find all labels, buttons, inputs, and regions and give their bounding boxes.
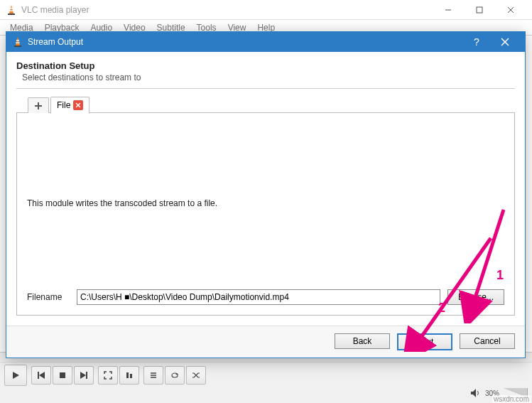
main-titlebar: VLC media player	[0, 0, 532, 20]
playlist-button[interactable]	[143, 366, 163, 385]
filename-input[interactable]	[77, 289, 440, 305]
prev-button[interactable]	[31, 366, 51, 385]
destination-tab-area: File This module writes the transcoded s…	[16, 96, 515, 316]
shuffle-button[interactable]	[186, 366, 206, 385]
svg-rect-3	[8, 14, 15, 15]
tab-file[interactable]: File	[50, 97, 89, 114]
svg-rect-14	[126, 372, 129, 378]
dialog-help-button[interactable]: ?	[462, 32, 491, 52]
destination-setup-subheader: Select destinations to stream to	[16, 71, 515, 88]
stop-button[interactable]	[53, 366, 72, 385]
vlc-cone-icon	[6, 4, 17, 16]
add-destination-button[interactable]	[28, 97, 49, 113]
play-button[interactable]	[4, 365, 27, 386]
main-window-title: VLC media player	[21, 5, 433, 15]
ext-settings-button[interactable]	[119, 366, 139, 385]
dialog-button-row: Back Next Cancel	[6, 326, 525, 358]
destination-tabstrip: File	[16, 96, 515, 113]
maximize-button[interactable]	[464, 0, 495, 20]
stream-output-dialog: Stream Output ? Destination Setup Select…	[6, 31, 526, 358]
svg-marker-12	[80, 372, 86, 379]
module-description: This module writes the transcoded stream…	[27, 198, 504, 208]
fullscreen-button[interactable]	[98, 366, 118, 385]
svg-rect-2	[9, 10, 13, 11]
dialog-title: Stream Output	[28, 37, 462, 47]
svg-rect-1	[10, 8, 13, 9]
destination-setup-header: Destination Setup	[16, 60, 515, 71]
watermark: wsxdn.com	[492, 395, 531, 403]
header-separator	[16, 88, 515, 89]
svg-rect-13	[86, 372, 87, 379]
tab-file-label: File	[57, 100, 70, 110]
svg-marker-0	[9, 5, 13, 14]
file-destination-panel: This module writes the transcoded stream…	[16, 112, 515, 316]
dialog-close-button[interactable]	[491, 32, 519, 52]
svg-rect-23	[16, 43, 19, 44]
speaker-icon[interactable]	[469, 387, 481, 399]
svg-marker-20	[471, 389, 476, 397]
svg-rect-22	[16, 40, 19, 41]
svg-marker-21	[16, 37, 20, 45]
svg-marker-8	[13, 372, 19, 379]
svg-rect-11	[60, 372, 65, 378]
svg-rect-15	[130, 374, 132, 378]
cancel-button[interactable]: Cancel	[460, 333, 515, 349]
next-button[interactable]: Next	[397, 333, 452, 350]
filename-label: Filename	[27, 292, 70, 302]
tab-close-icon[interactable]	[73, 100, 83, 110]
back-button[interactable]: Back	[335, 333, 390, 349]
browse-button[interactable]: Browse...	[447, 289, 504, 305]
svg-rect-5	[477, 7, 482, 13]
next-button[interactable]	[74, 366, 94, 385]
filename-row: Filename Browse...	[27, 289, 504, 305]
close-button[interactable]	[495, 0, 526, 20]
vlc-cone-icon	[12, 36, 23, 48]
svg-rect-9	[38, 372, 39, 379]
bottom-controls-area: 30% wsxdn.com	[0, 352, 532, 403]
svg-marker-10	[39, 372, 45, 379]
loop-button[interactable]	[165, 366, 185, 385]
svg-rect-24	[14, 45, 21, 47]
minimize-button[interactable]	[433, 0, 464, 20]
dialog-titlebar: Stream Output ?	[6, 32, 525, 52]
